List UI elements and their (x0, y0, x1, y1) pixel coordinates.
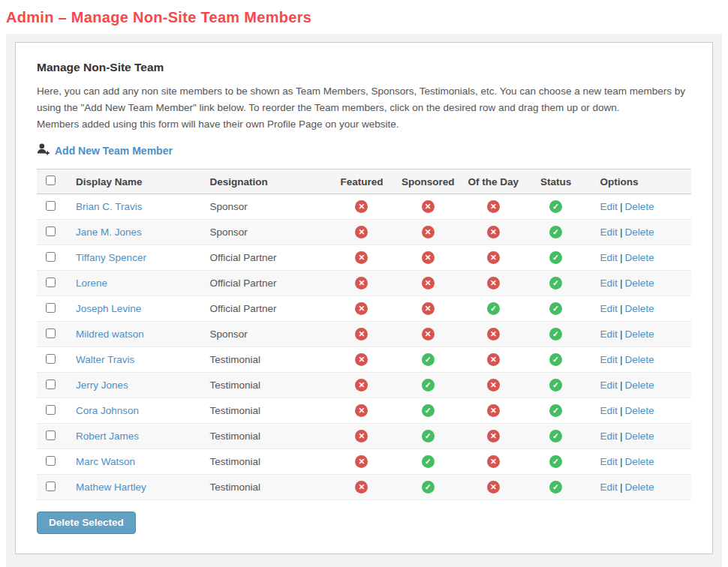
edit-link[interactable]: Edit (600, 482, 618, 493)
designation-cell: Sponsor (200, 220, 328, 245)
check-circle-icon: ✓ (549, 379, 562, 392)
member-name-link[interactable]: Mildred watson (76, 328, 144, 340)
designation-cell: Testimonial (200, 475, 328, 500)
page-title: Admin – Manage Non-Site Team Members (0, 0, 728, 34)
row-checkbox[interactable] (46, 328, 56, 338)
x-circle-icon: ✕ (355, 404, 368, 417)
designation-cell: Testimonial (200, 449, 328, 475)
edit-link[interactable]: Edit (600, 456, 618, 467)
x-circle-icon: ✕ (487, 328, 500, 340)
x-circle-icon: ✕ (355, 226, 368, 238)
row-checkbox[interactable] (46, 354, 56, 364)
header-display-name: Display Name (67, 170, 200, 194)
member-name-link[interactable]: Mathew Hartley (76, 482, 146, 493)
check-circle-icon: ✓ (549, 200, 562, 213)
designation-cell: Sponsor (200, 194, 328, 220)
team-member-row[interactable]: Cora Johnson Testimonial ✕ ✓ ✕ ✓ Edit|De… (37, 398, 691, 424)
check-circle-icon: ✓ (422, 353, 435, 366)
row-checkbox[interactable] (46, 456, 56, 466)
manage-team-panel: Manage Non-Site Team Here, you can add a… (15, 42, 713, 554)
x-circle-icon: ✕ (422, 200, 435, 213)
delete-link[interactable]: Delete (624, 482, 654, 493)
member-name-link[interactable]: Joseph Levine (76, 303, 141, 314)
row-checkbox[interactable] (46, 405, 56, 415)
member-name-link[interactable]: Brian C. Travis (76, 201, 143, 212)
options-separator: | (620, 482, 623, 493)
edit-link[interactable]: Edit (600, 430, 618, 442)
edit-link[interactable]: Edit (600, 328, 618, 340)
x-circle-icon: ✕ (487, 481, 500, 494)
member-name-link[interactable]: Robert James (76, 430, 139, 442)
x-circle-icon: ✕ (422, 328, 435, 340)
edit-link[interactable]: Edit (600, 354, 618, 365)
member-name-link[interactable]: Walter Travis (76, 354, 134, 365)
options-separator: | (620, 252, 623, 263)
team-member-row[interactable]: Joseph Levine Official Partner ✕ ✕ ✓ ✓ E… (37, 296, 691, 322)
delete-link[interactable]: Delete (624, 405, 654, 416)
edit-link[interactable]: Edit (600, 278, 618, 289)
table-header-row: Display Name Designation Featured Sponso… (37, 170, 691, 194)
team-member-row[interactable]: Mathew Hartley Testimonial ✕ ✓ ✕ ✓ Edit|… (37, 475, 691, 500)
row-checkbox[interactable] (46, 252, 56, 262)
edit-link[interactable]: Edit (600, 201, 618, 212)
row-checkbox[interactable] (46, 226, 56, 236)
designation-cell: Official Partner (200, 245, 328, 271)
delete-link[interactable]: Delete (624, 252, 654, 263)
x-circle-icon: ✕ (487, 226, 500, 238)
delete-link[interactable]: Delete (624, 226, 654, 238)
team-member-row[interactable]: Marc Watson Testimonial ✕ ✓ ✕ ✓ Edit|Del… (37, 449, 691, 475)
team-member-row[interactable]: Lorene Official Partner ✕ ✕ ✕ ✓ Edit|Del… (37, 271, 691, 296)
edit-link[interactable]: Edit (600, 303, 618, 314)
edit-link[interactable]: Edit (600, 405, 618, 416)
row-checkbox[interactable] (46, 278, 56, 287)
delete-link[interactable]: Delete (624, 201, 654, 212)
row-checkbox[interactable] (46, 430, 56, 440)
team-member-row[interactable]: Jerry Jones Testimonial ✕ ✓ ✕ ✓ Edit|Del… (37, 373, 691, 398)
page-background-section: Manage Non-Site Team Here, you can add a… (6, 34, 722, 567)
header-status: Status (525, 170, 585, 194)
options-separator: | (620, 430, 623, 442)
row-checkbox[interactable] (46, 380, 56, 389)
delete-link[interactable]: Delete (624, 354, 654, 365)
member-name-link[interactable]: Cora Johnson (76, 405, 139, 416)
member-name-link[interactable]: Tiffany Spencer (76, 252, 146, 263)
team-member-row[interactable]: Brian C. Travis Sponsor ✕ ✕ ✕ ✓ Edit|Del… (37, 194, 691, 220)
edit-link[interactable]: Edit (600, 226, 618, 238)
team-member-row[interactable]: Jane M. Jones Sponsor ✕ ✕ ✕ ✓ Edit|Delet… (37, 220, 691, 245)
member-name-link[interactable]: Lorene (76, 278, 107, 289)
x-circle-icon: ✕ (487, 455, 500, 468)
delete-selected-button[interactable]: Delete Selected (37, 512, 136, 534)
team-members-table: Display Name Designation Featured Sponso… (37, 169, 691, 500)
add-new-team-member-link[interactable]: Add New Team Member (55, 145, 173, 157)
row-checkbox[interactable] (46, 201, 56, 211)
delete-link[interactable]: Delete (624, 303, 654, 314)
x-circle-icon: ✕ (487, 404, 500, 417)
delete-link[interactable]: Delete (624, 380, 654, 391)
designation-cell: Official Partner (200, 296, 328, 322)
delete-link[interactable]: Delete (624, 328, 654, 340)
member-name-link[interactable]: Marc Watson (76, 456, 135, 467)
team-member-row[interactable]: Tiffany Spencer Official Partner ✕ ✕ ✕ ✓… (37, 245, 691, 271)
header-featured: Featured (329, 170, 395, 194)
delete-link[interactable]: Delete (624, 278, 654, 289)
header-of-the-day: Of the Day (461, 170, 525, 194)
member-name-link[interactable]: Jerry Jones (76, 380, 128, 391)
team-member-row[interactable]: Walter Travis Testimonial ✕ ✓ ✕ ✓ Edit|D… (37, 347, 691, 373)
delete-link[interactable]: Delete (624, 430, 654, 442)
row-checkbox[interactable] (46, 482, 56, 491)
select-all-checkbox[interactable] (46, 176, 56, 185)
team-member-row[interactable]: Robert James Testimonial ✕ ✓ ✕ ✓ Edit|De… (37, 424, 691, 449)
edit-link[interactable]: Edit (600, 380, 618, 391)
x-circle-icon: ✕ (487, 353, 500, 366)
options-separator: | (620, 405, 623, 416)
options-separator: | (620, 226, 623, 238)
x-circle-icon: ✕ (422, 226, 435, 238)
designation-cell: Sponsor (200, 322, 328, 347)
x-circle-icon: ✕ (487, 277, 500, 290)
delete-link[interactable]: Delete (624, 456, 654, 467)
person-plus-icon (37, 143, 50, 158)
member-name-link[interactable]: Jane M. Jones (76, 226, 142, 238)
edit-link[interactable]: Edit (600, 252, 618, 263)
team-member-row[interactable]: Mildred watson Sponsor ✕ ✕ ✕ ✓ Edit|Dele… (37, 322, 691, 347)
row-checkbox[interactable] (46, 303, 56, 313)
